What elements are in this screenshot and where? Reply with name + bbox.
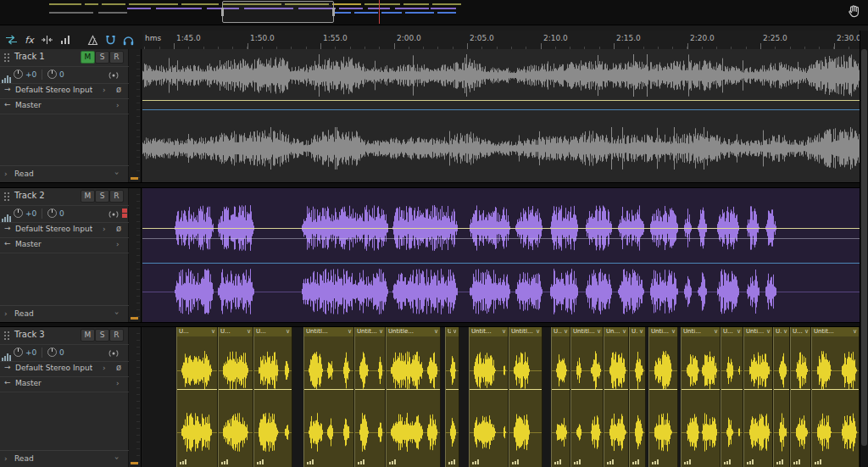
- track2-lane[interactable]: [142, 188, 860, 322]
- track1-waveform[interactable]: [142, 49, 860, 182]
- clip-chevron-icon[interactable]: ∨: [564, 329, 568, 335]
- audio-clip[interactable]: Unti...∨: [681, 327, 721, 467]
- clip-gain-icon[interactable]: [358, 459, 365, 464]
- clip-chevron-icon[interactable]: ∨: [502, 329, 506, 335]
- clip-header[interactable]: U...∨: [254, 327, 292, 336]
- clip-header[interactable]: U...∨: [552, 327, 570, 336]
- clip-gain-icon[interactable]: [512, 459, 520, 464]
- monitor-headphones-icon[interactable]: [121, 33, 136, 47]
- clip-chevron-icon[interactable]: ∨: [622, 329, 626, 335]
- volume-value[interactable]: +0: [25, 209, 36, 218]
- track-name[interactable]: Track 3: [14, 330, 45, 339]
- clip-header[interactable]: Untit...∨: [470, 327, 508, 336]
- vertical-scrollbar-thumb[interactable]: [861, 49, 867, 446]
- clip-waveform[interactable]: [470, 336, 508, 467]
- arm-record-button[interactable]: R: [109, 190, 124, 203]
- clip-chevron-icon[interactable]: ∨: [211, 329, 215, 335]
- input-selector[interactable]: Default Stereo Input: [15, 364, 92, 372]
- clip-header[interactable]: Untitle...∨: [387, 327, 440, 336]
- clip-chevron-icon[interactable]: ∨: [804, 329, 809, 335]
- track3-lane[interactable]: U...∨U...∨U...∨Untitl...∨Untit...∨Untitl…: [142, 327, 860, 467]
- clip-waveform[interactable]: [649, 336, 677, 467]
- clip-waveform[interactable]: [355, 336, 385, 467]
- clip-chevron-icon[interactable]: ∨: [853, 329, 857, 335]
- clip-waveform[interactable]: [509, 336, 542, 467]
- volume-knob[interactable]: [14, 69, 23, 79]
- audio-clip[interactable]: U...∨: [253, 327, 292, 467]
- clip-chevron-icon[interactable]: ∨: [639, 329, 643, 335]
- clip-waveform[interactable]: [721, 336, 743, 467]
- clip-chevron-icon[interactable]: ∨: [379, 329, 383, 335]
- snap-icon[interactable]: [103, 33, 118, 47]
- clip-header[interactable]: U...∨: [791, 327, 810, 336]
- slip-tool-icon[interactable]: [40, 33, 54, 47]
- disclosure-icon[interactable]: ›: [4, 310, 8, 318]
- track-name[interactable]: Track 2: [14, 191, 45, 200]
- clip-waveform[interactable]: [630, 336, 645, 467]
- chevron-right-icon[interactable]: ›: [116, 102, 120, 109]
- audio-clip[interactable]: U...∨: [551, 327, 570, 467]
- clip-gain-icon[interactable]: [472, 459, 480, 464]
- clip-gain-icon[interactable]: [574, 459, 581, 464]
- amplitude-scale[interactable]: [129, 49, 142, 182]
- clip-gain-icon[interactable]: [389, 459, 397, 464]
- clip-header[interactable]: U...∨: [774, 327, 789, 336]
- clip-waveform[interactable]: [219, 336, 253, 467]
- track-grip-icon[interactable]: [4, 331, 10, 341]
- clip-waveform[interactable]: [682, 336, 720, 467]
- volume-knob[interactable]: [14, 208, 23, 218]
- audio-clip[interactable]: Untit...∨: [604, 327, 629, 467]
- automation-mode-selector[interactable]: Read: [14, 170, 34, 178]
- clip-waveform[interactable]: [604, 336, 628, 467]
- pan-knob[interactable]: [47, 208, 57, 218]
- clip-chevron-icon[interactable]: ∨: [247, 329, 251, 335]
- clip-header[interactable]: U...∨: [177, 327, 217, 336]
- clip-header[interactable]: Untitl...∨: [571, 327, 603, 336]
- clip-chevron-icon[interactable]: ∨: [434, 329, 438, 335]
- track-grip-icon[interactable]: [4, 192, 10, 202]
- audio-clip[interactable]: U...∨: [721, 327, 743, 467]
- chevron-right-icon[interactable]: ›: [116, 241, 120, 248]
- volume-value[interactable]: +0: [25, 70, 36, 79]
- chevron-right-icon[interactable]: ›: [103, 86, 106, 94]
- disclosure-icon[interactable]: ›: [4, 455, 8, 463]
- clip-gain-icon[interactable]: [607, 459, 615, 464]
- volume-value[interactable]: +0: [25, 348, 36, 357]
- track2-waveform[interactable]: [142, 188, 860, 322]
- audio-clip[interactable]: U...∨: [773, 327, 790, 467]
- clip-gain-icon[interactable]: [776, 459, 784, 464]
- track-divider[interactable]: [0, 182, 860, 188]
- input-selector[interactable]: Default Stereo Input: [15, 86, 92, 94]
- audio-clip[interactable]: Untit...∨: [469, 327, 509, 467]
- amplitude-scale[interactable]: [129, 327, 142, 467]
- navigator-viewport-selection[interactable]: [222, 1, 334, 23]
- chevron-right-icon[interactable]: ›: [103, 225, 106, 233]
- fx-toggle-button[interactable]: fx: [22, 33, 36, 47]
- clip-header[interactable]: Unti...∨: [649, 327, 677, 336]
- amplitude-scale[interactable]: [129, 188, 142, 322]
- clip-waveform[interactable]: [387, 336, 440, 467]
- clip-header[interactable]: Untit...∨: [812, 327, 859, 336]
- disclosure-icon[interactable]: ›: [4, 170, 8, 178]
- clip-waveform[interactable]: [571, 336, 603, 467]
- clip-gain-icon[interactable]: [684, 459, 692, 464]
- clip-waveform[interactable]: [812, 336, 859, 467]
- clip-header[interactable]: Untitl...∨: [744, 327, 772, 336]
- clip-gain-icon[interactable]: [793, 459, 801, 464]
- clip-chevron-icon[interactable]: ∨: [597, 329, 601, 335]
- clip-gain-icon[interactable]: [652, 459, 659, 464]
- clip-chevron-icon[interactable]: ∨: [766, 329, 771, 335]
- pan-value[interactable]: 0: [59, 348, 64, 357]
- audio-clip[interactable]: U...∨: [176, 327, 218, 467]
- clip-gain-icon[interactable]: [257, 459, 264, 464]
- audio-clip[interactable]: Untit...∨: [354, 327, 386, 467]
- solo-button[interactable]: S: [95, 329, 109, 342]
- audio-clip[interactable]: U...∨: [790, 327, 811, 467]
- clip-header[interactable]: Untitl...∨: [304, 327, 353, 336]
- automation-mode-selector[interactable]: Read: [14, 454, 34, 463]
- session-navigator[interactable]: [0, 0, 868, 25]
- audio-clip[interactable]: Untitle...∨: [386, 327, 441, 467]
- pan-value[interactable]: 0: [59, 70, 64, 79]
- track-name[interactable]: Track 1: [14, 52, 45, 61]
- clip-chevron-icon[interactable]: ∨: [286, 329, 290, 335]
